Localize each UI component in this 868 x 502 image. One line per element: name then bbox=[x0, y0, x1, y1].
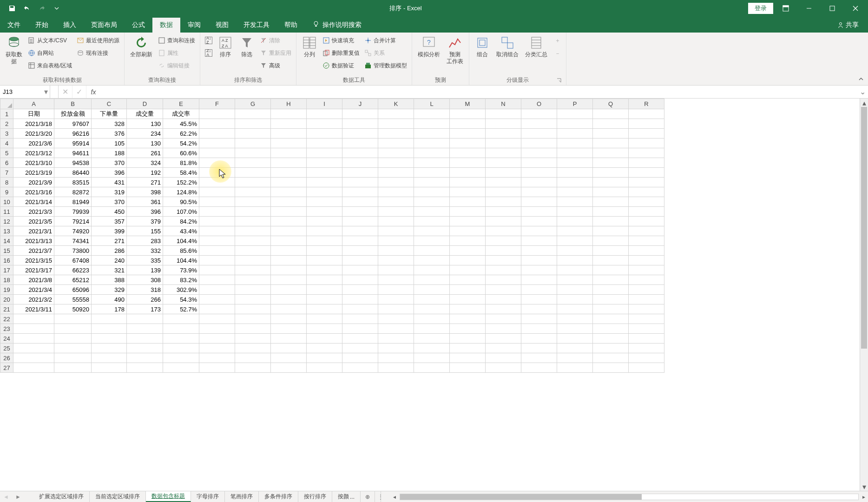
subtotal-button[interactable]: 分类汇总 bbox=[522, 34, 550, 59]
cell[interactable] bbox=[271, 139, 307, 148]
cell[interactable]: 2021/3/2 bbox=[13, 295, 54, 304]
cell[interactable] bbox=[521, 217, 557, 226]
cell[interactable]: 成交量 bbox=[127, 109, 163, 119]
cell[interactable] bbox=[414, 334, 450, 343]
cell[interactable] bbox=[521, 236, 557, 246]
cell[interactable] bbox=[271, 295, 307, 304]
cell[interactable] bbox=[342, 334, 378, 343]
cell[interactable] bbox=[271, 265, 307, 275]
cell[interactable] bbox=[199, 353, 235, 363]
cell[interactable] bbox=[450, 168, 486, 178]
cell[interactable]: 2021/3/9 bbox=[13, 178, 54, 187]
cell[interactable] bbox=[307, 217, 342, 226]
cell[interactable]: 74920 bbox=[54, 226, 92, 236]
cell[interactable] bbox=[307, 295, 342, 304]
cell[interactable] bbox=[342, 324, 378, 334]
cell[interactable] bbox=[235, 119, 271, 129]
cell[interactable] bbox=[486, 178, 521, 187]
cell[interactable] bbox=[307, 197, 342, 207]
share-button[interactable]: 共享 bbox=[828, 18, 868, 33]
cell[interactable]: 2021/3/15 bbox=[13, 256, 54, 265]
cell[interactable] bbox=[13, 343, 54, 353]
ribbon-display-icon[interactable] bbox=[775, 0, 796, 17]
cell[interactable] bbox=[521, 119, 557, 129]
cell[interactable] bbox=[163, 353, 199, 363]
sheet-tab[interactable]: 扩展选定区域排序 bbox=[33, 491, 90, 502]
cell[interactable]: 370 bbox=[92, 197, 127, 207]
vertical-scrollbar[interactable]: ▴ ▾ bbox=[860, 99, 868, 491]
cell[interactable] bbox=[342, 187, 378, 197]
cell[interactable] bbox=[271, 363, 307, 373]
cell[interactable]: 97607 bbox=[54, 119, 92, 129]
cell[interactable] bbox=[557, 343, 593, 353]
cell[interactable] bbox=[235, 246, 271, 256]
cell[interactable] bbox=[593, 207, 629, 217]
cell[interactable] bbox=[593, 246, 629, 256]
row-header[interactable]: 3 bbox=[0, 129, 13, 139]
cell[interactable] bbox=[235, 353, 271, 363]
row-header[interactable]: 7 bbox=[0, 168, 13, 178]
fx-icon[interactable]: fx bbox=[86, 86, 100, 98]
column-header[interactable]: K bbox=[378, 99, 414, 109]
cell[interactable] bbox=[342, 148, 378, 158]
cell[interactable] bbox=[271, 285, 307, 295]
column-header[interactable]: D bbox=[127, 99, 163, 109]
cell[interactable] bbox=[557, 197, 593, 207]
cell[interactable]: 96216 bbox=[54, 129, 92, 139]
cell[interactable]: 2021/3/6 bbox=[13, 139, 54, 148]
cell[interactable] bbox=[557, 246, 593, 256]
cell[interactable] bbox=[486, 187, 521, 197]
cell[interactable] bbox=[127, 314, 163, 324]
cell[interactable] bbox=[342, 265, 378, 275]
cell[interactable] bbox=[199, 187, 235, 197]
cell[interactable] bbox=[450, 178, 486, 187]
cell[interactable] bbox=[271, 187, 307, 197]
cell[interactable]: 178 bbox=[92, 304, 127, 314]
row-header[interactable]: 13 bbox=[0, 226, 13, 236]
cell[interactable] bbox=[199, 197, 235, 207]
scroll-up-icon[interactable]: ▴ bbox=[860, 99, 868, 107]
cell[interactable] bbox=[378, 275, 414, 285]
cell[interactable]: 83515 bbox=[54, 178, 92, 187]
cell[interactable] bbox=[307, 343, 342, 353]
cell[interactable] bbox=[593, 187, 629, 197]
cell[interactable]: 45.5% bbox=[163, 119, 199, 129]
cell[interactable] bbox=[199, 207, 235, 217]
cell[interactable] bbox=[378, 207, 414, 217]
cell[interactable] bbox=[486, 353, 521, 363]
cell[interactable] bbox=[557, 275, 593, 285]
cell[interactable]: 261 bbox=[127, 148, 163, 158]
cell[interactable] bbox=[378, 236, 414, 246]
cell[interactable]: 192 bbox=[127, 168, 163, 178]
expand-formula-bar-icon[interactable]: ⌄ bbox=[857, 86, 868, 98]
cell[interactable]: 日期 bbox=[13, 109, 54, 119]
cell[interactable] bbox=[629, 226, 664, 236]
sheet-tab[interactable]: 字母排序 bbox=[191, 491, 225, 502]
cell[interactable] bbox=[557, 217, 593, 226]
cell[interactable] bbox=[199, 129, 235, 139]
cell[interactable]: 271 bbox=[127, 178, 163, 187]
cell[interactable] bbox=[235, 226, 271, 236]
cell[interactable] bbox=[593, 343, 629, 353]
tab-home[interactable]: 开始 bbox=[28, 18, 56, 33]
cell[interactable] bbox=[235, 178, 271, 187]
cell[interactable] bbox=[521, 304, 557, 314]
cell[interactable] bbox=[13, 363, 54, 373]
cell[interactable] bbox=[378, 343, 414, 353]
cell[interactable] bbox=[199, 217, 235, 226]
add-sheet-icon[interactable]: ⊕ bbox=[361, 491, 375, 502]
cell[interactable] bbox=[593, 109, 629, 119]
cell[interactable] bbox=[629, 129, 664, 139]
cell[interactable] bbox=[593, 275, 629, 285]
cell[interactable] bbox=[54, 343, 92, 353]
cell[interactable] bbox=[199, 334, 235, 343]
cell[interactable] bbox=[271, 236, 307, 246]
cell[interactable]: 321 bbox=[92, 265, 127, 275]
cell[interactable] bbox=[199, 246, 235, 256]
cell[interactable] bbox=[271, 353, 307, 363]
cell[interactable] bbox=[235, 139, 271, 148]
cell[interactable] bbox=[235, 334, 271, 343]
row-header[interactable]: 26 bbox=[0, 353, 13, 363]
column-header[interactable]: N bbox=[486, 99, 521, 109]
tab-formulas[interactable]: 公式 bbox=[125, 18, 152, 33]
